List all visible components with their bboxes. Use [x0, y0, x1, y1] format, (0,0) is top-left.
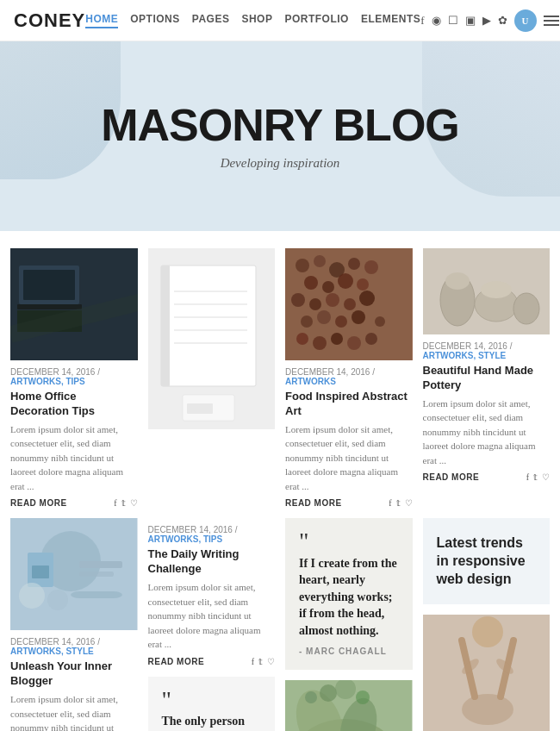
pin-share-icon[interactable]: ♡	[130, 498, 138, 508]
quote-mark-2: "	[299, 532, 399, 551]
card-food: DECEMBER 14, 2016 / ARTWORKS Food Inspir…	[285, 248, 413, 508]
card-food-social: f 𝕥 ♡	[389, 498, 412, 508]
svg-point-29	[344, 298, 356, 310]
card-writing-excerpt: Lorem ipsum dolor sit amet, consectetuer…	[148, 580, 276, 652]
card-home-office-meta: DECEMBER 14, 2016 / ARTWORKS, TIPS	[10, 367, 138, 386]
svg-point-30	[359, 291, 375, 306]
row-2: DECEMBER 14, 2016 / ARTWORKS, STYLE Unle…	[10, 518, 550, 731]
tw-share-icon[interactable]: 𝕥	[121, 498, 126, 508]
facebook-icon[interactable]: f	[420, 14, 424, 28]
pinterest-icon[interactable]: ☐	[448, 14, 458, 28]
svg-point-77	[472, 616, 503, 647]
svg-point-17	[296, 259, 309, 272]
fb-w-icon[interactable]: f	[252, 657, 254, 666]
card-blogger-meta: DECEMBER 14, 2016 / ARTWORKS, STYLE	[10, 637, 138, 656]
nav-elements[interactable]: ELEMENTS	[361, 13, 420, 28]
vimeo-icon[interactable]: ▶	[482, 14, 491, 28]
nav-options[interactable]: OPTIONS	[130, 13, 180, 28]
card-pottery-footer: READ MORE f 𝕥 ♡	[423, 472, 551, 482]
tw-w-icon[interactable]: 𝕥	[258, 657, 263, 666]
svg-point-43	[445, 272, 470, 290]
fb-p-icon[interactable]: f	[526, 472, 529, 482]
svg-point-38	[331, 333, 343, 345]
hero-subtitle: Developing inspiration	[221, 156, 340, 171]
card-pottery-readmore[interactable]: READ MORE	[423, 472, 480, 482]
svg-point-74	[462, 694, 513, 725]
svg-rect-52	[79, 572, 114, 577]
svg-point-45	[481, 281, 512, 298]
svg-point-33	[335, 316, 347, 328]
card-pottery-cats[interactable]: ARTWORKS, STYLE	[423, 351, 507, 360]
svg-point-24	[338, 273, 353, 289]
svg-rect-3	[17, 304, 82, 309]
card-food-readmore[interactable]: READ MORE	[285, 498, 342, 508]
row-1: DECEMBER 14, 2016 / ARTWORKS, TIPS Home …	[10, 248, 550, 508]
svg-point-72	[305, 691, 317, 703]
svg-point-53	[19, 583, 45, 609]
svg-rect-55	[71, 591, 122, 598]
col2-stack: DECEMBER 14, 2016 / ARTWORKS, TIPS The D…	[148, 518, 276, 731]
svg-point-23	[322, 281, 334, 293]
quote-text-1: The only person you are destined to beco…	[162, 713, 262, 731]
tw-p-icon[interactable]: 𝕥	[533, 472, 538, 482]
hero-section: MASONRY BLOG Developing inspiration	[0, 41, 560, 231]
pin-icon[interactable]: ♡	[405, 498, 413, 508]
rss-icon[interactable]: ✿	[498, 14, 507, 28]
site-logo[interactable]: CONEY	[14, 9, 85, 32]
nav-pages[interactable]: PAGES	[192, 13, 230, 28]
quote-card-1: " The only person you are destined to be…	[148, 677, 276, 731]
svg-point-27	[309, 298, 321, 310]
instagram-icon[interactable]: ◉	[432, 14, 441, 28]
svg-rect-51	[79, 561, 122, 568]
pin-p-icon[interactable]: ♡	[542, 472, 550, 482]
card-blogger-cats[interactable]: ARTWORKS, STYLE	[10, 647, 94, 656]
card-pottery-title: Beautiful Hand Made Pottery	[423, 364, 551, 393]
quote-text-2: If I create from the heart, nearly every…	[299, 555, 399, 640]
card-food-footer: READ MORE f 𝕥 ♡	[285, 498, 413, 508]
svg-point-32	[317, 310, 331, 324]
card-writing-readmore[interactable]: READ MORE	[148, 657, 205, 666]
svg-point-18	[314, 255, 326, 267]
fb-icon[interactable]: f	[389, 498, 391, 508]
card-food-image	[285, 248, 413, 360]
svg-rect-2	[23, 270, 75, 300]
card-writing-footer: READ MORE f 𝕥 ♡	[148, 657, 276, 666]
svg-point-20	[348, 258, 360, 270]
svg-point-36	[296, 333, 308, 345]
user-avatar[interactable]: U	[514, 9, 537, 32]
svg-rect-8	[161, 266, 170, 386]
card-writing-meta: DECEMBER 14, 2016 / ARTWORKS, TIPS	[148, 525, 276, 544]
svg-point-31	[301, 316, 313, 328]
svg-rect-50	[32, 565, 49, 578]
svg-point-25	[357, 278, 369, 291]
svg-point-21	[364, 260, 378, 274]
nav-portfolio[interactable]: PORTFOLIO	[284, 13, 349, 28]
hamburger-menu[interactable]	[544, 16, 559, 26]
navbar: CONEY HOME OPTIONS PAGES SHOP PORTFOLIO …	[0, 0, 560, 41]
card-pottery-image	[423, 248, 551, 334]
svg-point-71	[356, 690, 370, 704]
hero-title: MASONRY BLOG	[101, 103, 459, 147]
card-writing-cats[interactable]: ARTWORKS, TIPS	[148, 534, 223, 544]
card-food-cats[interactable]: ARTWORKS	[285, 377, 336, 386]
card-food-title: Food Inspired Abstract Art	[285, 390, 413, 419]
svg-rect-7	[161, 266, 256, 386]
fb-share-icon[interactable]: f	[114, 498, 116, 508]
pin-w-icon[interactable]: ♡	[267, 657, 275, 666]
svg-point-34	[352, 310, 365, 324]
svg-rect-15	[187, 403, 213, 414]
col3-stack: " If I create from the heart, nearly eve…	[285, 518, 413, 731]
svg-point-35	[375, 316, 385, 327]
card-home-office-readmore[interactable]: READ MORE	[10, 498, 67, 508]
tw-icon[interactable]: 𝕥	[396, 498, 401, 508]
featured-text-card: Latest trends in responsive web design	[423, 518, 551, 604]
card-home-office-title: Home Office Decoration Tips	[10, 390, 138, 419]
nav-shop[interactable]: SHOP	[241, 13, 272, 28]
card-pottery: DECEMBER 14, 2016 / ARTWORKS, STYLE Beau…	[423, 248, 551, 508]
quote-card-2: " If I create from the heart, nearly eve…	[285, 518, 413, 669]
tumblr-icon[interactable]: ▣	[465, 14, 476, 28]
nav-home[interactable]: HOME	[85, 13, 118, 28]
card-food-meta: DECEMBER 14, 2016 / ARTWORKS	[285, 367, 413, 386]
card-home-office-cats[interactable]: ARTWORKS, TIPS	[10, 377, 85, 386]
nav-social-icons: f ◉ ☐ ▣ ▶ ✿ U	[420, 9, 558, 32]
